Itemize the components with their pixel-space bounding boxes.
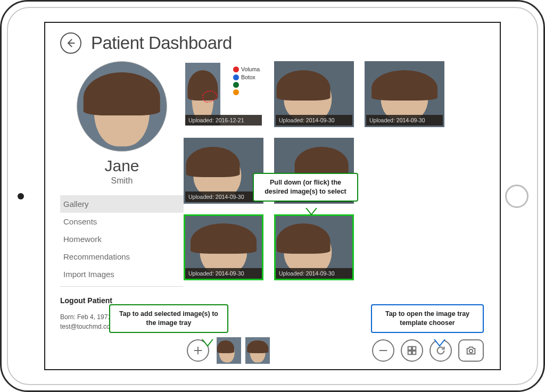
- patient-summary: Jane Smith: [60, 61, 184, 186]
- home-button[interactable]: [505, 185, 529, 208]
- header: Patient Dashboard: [45, 23, 500, 57]
- template-chooser-button[interactable]: [401, 339, 423, 362]
- legend-dot-icon: [233, 74, 239, 80]
- grid-icon: [406, 345, 418, 356]
- hint-text: Tap to open the image tray template choo…: [385, 310, 469, 327]
- legend-dot-icon: [233, 89, 239, 95]
- sidebar-nav: Gallery Consents Homework Recommendation…: [60, 195, 184, 287]
- thumb-caption: Uploaded: 2014-09-30: [366, 115, 443, 126]
- nav-import-images[interactable]: Import Images: [60, 265, 184, 283]
- front-camera-dot: [18, 193, 24, 199]
- svg-rect-1: [412, 347, 416, 350]
- svg-point-4: [469, 349, 473, 353]
- legend-dot-icon: [233, 82, 239, 88]
- thumb-caption: Uploaded: 2014-09-30: [185, 191, 262, 202]
- remove-from-tray-button[interactable]: [372, 339, 394, 362]
- patient-last-name: Smith: [111, 176, 133, 186]
- nav-recommendations[interactable]: Recommendations: [60, 248, 184, 265]
- tray-thumb[interactable]: [217, 337, 241, 364]
- hint-add-to-tray: Tap to add selected image(s) to the imag…: [109, 304, 228, 333]
- back-button[interactable]: [60, 32, 81, 54]
- svg-rect-3: [412, 351, 416, 354]
- patient-avatar[interactable]: [77, 61, 167, 152]
- hint-text: Tap to add selected image(s) to the imag…: [119, 310, 218, 327]
- nav-gallery[interactable]: Gallery: [60, 195, 184, 213]
- tablet-frame: Patient Dashboard Jane Smith Gallery Con…: [0, 0, 545, 392]
- legend-label: Voluma: [241, 66, 260, 72]
- svg-rect-2: [408, 351, 411, 354]
- hint-template-chooser: Tap to open the image tray template choo…: [371, 304, 484, 333]
- gallery-thumb[interactable]: Voluma Botox Uploaded: 2016-12-21: [184, 61, 263, 127]
- camera-button[interactable]: [458, 339, 484, 362]
- back-arrow-icon: [65, 38, 76, 48]
- logout-patient-link[interactable]: Logout Patient: [60, 296, 184, 305]
- thumb-caption: Uploaded: 2016-12-21: [185, 115, 262, 126]
- page-title: Patient Dashboard: [91, 33, 232, 53]
- gallery-thumb-selected[interactable]: Uploaded: 2014-09-30: [274, 214, 354, 280]
- tray-thumb[interactable]: [245, 337, 270, 364]
- nav-homework[interactable]: Homework: [60, 230, 184, 248]
- gallery-thumb-selected[interactable]: Uploaded: 2014-09-30: [184, 214, 263, 280]
- gallery-thumb[interactable]: Uploaded: 2014-09-30: [365, 61, 444, 127]
- legend-dot-icon: [233, 66, 239, 72]
- hint-select-images: Pull down (or flick) the desired image(s…: [253, 173, 358, 202]
- nav-consents[interactable]: Consents: [60, 213, 184, 230]
- camera-icon: [465, 345, 477, 356]
- content-area: Voluma Botox Uploaded: 2016-12-21 Upload…: [184, 61, 487, 368]
- gallery-thumb[interactable]: Uploaded: 2014-09-30: [274, 61, 354, 127]
- thumb-caption: Uploaded: 2014-09-30: [276, 268, 352, 279]
- tray-thumbnails: [217, 337, 270, 364]
- app-screen: Patient Dashboard Jane Smith Gallery Con…: [44, 22, 501, 370]
- thumb-caption: Uploaded: 2014-09-30: [276, 115, 352, 126]
- thumb-caption: Uploaded: 2014-09-30: [185, 268, 262, 279]
- svg-rect-0: [408, 347, 411, 350]
- legend-label: Botox: [241, 74, 255, 80]
- gallery-grid: Voluma Botox Uploaded: 2016-12-21 Upload…: [184, 61, 487, 280]
- gallery-thumb[interactable]: Uploaded: 2014-09-30: [184, 138, 263, 204]
- annotation-legend: Voluma Botox: [233, 66, 260, 97]
- minus-icon: [377, 345, 389, 356]
- hint-text: Pull down (or flick) the desired image(s…: [265, 179, 346, 195]
- nav-separator: [60, 286, 184, 287]
- patient-first-name: Jane: [104, 157, 139, 175]
